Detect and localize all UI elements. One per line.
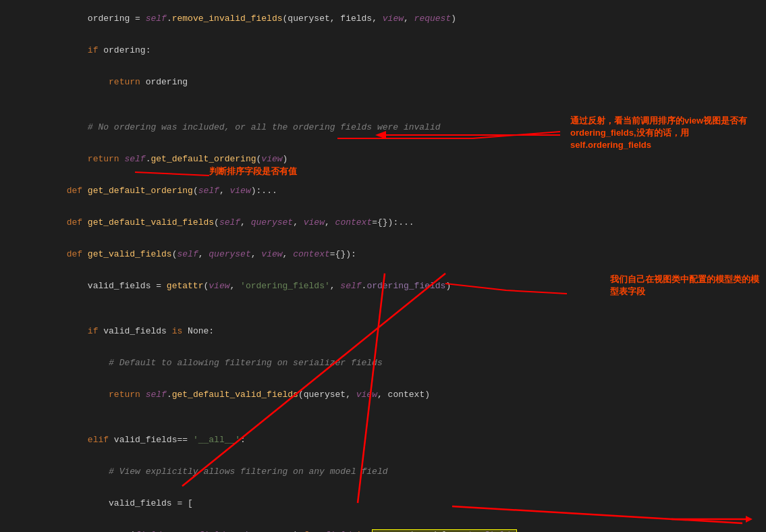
code-line: def get_default_valid_fields(self, query… xyxy=(0,207,766,238)
code-line: return self.get_default_valid_fields(que… xyxy=(0,379,766,410)
code-line: def get_valid_fields(self, queryset, vie… xyxy=(0,238,766,270)
code-line: ordering = self.remove_invalid_fields(qu… xyxy=(0,3,766,34)
code-line: return ordering xyxy=(0,66,766,98)
code-line: # Default to allowing filtering on seria… xyxy=(0,347,766,379)
code-line: if ordering: xyxy=(0,34,766,66)
code-line: valid_fields = getattr(view, 'ordering_f… xyxy=(0,270,766,302)
code-line xyxy=(0,302,766,315)
code-line: elif valid_fields== '__all__': xyxy=(0,424,766,456)
code-container: ordering = self.remove_invalid_fields(qu… xyxy=(0,0,766,532)
code-line xyxy=(0,410,766,424)
code-line: return self.get_default_ordering(view) xyxy=(0,143,766,175)
code-line: (field.name, field.verbose_name) for fie… xyxy=(0,519,766,532)
code-line: def get_default_ordering(self, view):... xyxy=(0,175,766,207)
code-line: if valid_fields is None: xyxy=(0,315,766,347)
code-line: valid_fields = [ xyxy=(0,487,766,519)
code-line: # No ordering was included, or all the o… xyxy=(0,111,766,143)
code-line xyxy=(0,98,766,111)
code-line: # View explicitly allows filtering on an… xyxy=(0,456,766,487)
